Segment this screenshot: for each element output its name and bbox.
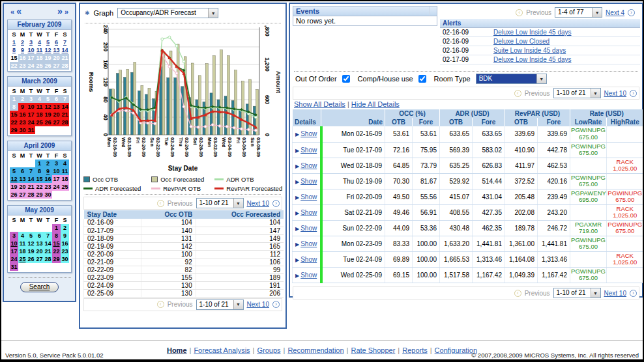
calendar-day[interactable]: 19	[44, 111, 52, 118]
calendar-day[interactable]: 28	[44, 255, 52, 263]
calendar-day[interactable]: 4	[61, 160, 69, 167]
show-details-link[interactable]: Show	[300, 162, 317, 169]
calendar-day[interactable]: 5	[44, 95, 52, 103]
footer-link-groups[interactable]: Groups	[257, 346, 280, 354]
calendar-day[interactable]: 7	[27, 167, 35, 175]
show-details-link[interactable]: Show	[300, 178, 317, 185]
calendar-day[interactable]: 9	[18, 103, 27, 111]
graph-type-select[interactable]: Occupancy/ADR Forecast ▼	[117, 8, 218, 18]
calendar-day[interactable]: 11	[61, 167, 69, 175]
show-details-link[interactable]: Show	[300, 146, 317, 154]
calendar-day[interactable]: 20	[52, 111, 61, 118]
expand-arrow-icon[interactable]: ▶	[295, 242, 299, 247]
calendar-day[interactable]: 14	[61, 46, 69, 54]
calendar-day[interactable]: 10	[52, 167, 61, 175]
footer-link-recommendation[interactable]: Recommendation	[287, 346, 344, 354]
col-header[interactable]: Date	[321, 118, 385, 126]
calendar-day[interactable]: 17	[27, 54, 35, 62]
calendar-day[interactable]: 8	[35, 167, 44, 175]
calendar-day[interactable]: 24	[27, 118, 35, 126]
calendar-day[interactable]: 7	[61, 95, 69, 103]
calendar-day[interactable]: 12	[44, 46, 52, 54]
calendar-day[interactable]: 9	[18, 46, 27, 54]
expand-arrow-icon[interactable]: ▶	[295, 163, 299, 169]
calendar-day[interactable]: 23	[44, 183, 52, 191]
calendar-day[interactable]: 2	[18, 38, 27, 46]
next-link[interactable]: Next 10	[604, 290, 626, 297]
calendar-day[interactable]: 11	[35, 103, 44, 111]
expand-arrow-icon[interactable]: ▶	[295, 273, 299, 279]
col-header-occ-otb[interactable]: Occ OTB	[141, 210, 196, 219]
expand-arrow-icon[interactable]: ▶	[295, 210, 299, 216]
footer-link-rate-shopper[interactable]: Rate Shopper	[351, 346, 395, 354]
calendar-day[interactable]: 25	[18, 255, 27, 263]
show-details-link[interactable]: Show	[300, 272, 317, 279]
calendar-day[interactable]: 13	[52, 103, 61, 111]
fwd-far-icon[interactable]: »	[65, 8, 68, 16]
calendar-day[interactable]: 30	[61, 255, 69, 263]
calendar-day[interactable]: 2	[44, 160, 52, 167]
show-all-details-link[interactable]: Show All Details	[294, 100, 345, 108]
calendar-day[interactable]: 28	[61, 62, 69, 70]
footer-link-reports[interactable]: Reports	[402, 346, 428, 354]
next-icon[interactable]: ›	[630, 290, 637, 297]
calendar-day[interactable]: 17	[27, 111, 35, 118]
calendar-day[interactable]: 15	[10, 54, 18, 62]
calendar-day[interactable]: 3	[27, 95, 35, 103]
calendar-day[interactable]: 8	[52, 232, 61, 240]
details-range-select[interactable]: 1-10 of 21 ▼	[553, 288, 601, 298]
calendar-day[interactable]: 25	[61, 183, 69, 191]
calendar-day[interactable]: 23	[18, 62, 27, 70]
calendar-day[interactable]: 26	[27, 255, 35, 263]
col-header[interactable]: LowRate	[570, 118, 607, 126]
calendar-day[interactable]: 13	[35, 240, 44, 247]
calendar-day[interactable]: 3	[52, 160, 61, 167]
out-of-order-checkbox[interactable]	[342, 75, 350, 83]
calendar-day[interactable]: 27	[52, 62, 61, 70]
hide-all-details-link[interactable]: Hide All Details	[351, 100, 400, 108]
col-header-stay-date[interactable]: Stay Date	[84, 210, 141, 219]
calendar-day[interactable]: 21	[61, 54, 69, 62]
calendar-day[interactable]: 1	[10, 95, 18, 103]
calendar-day[interactable]: 4	[35, 95, 44, 103]
next-link[interactable]: Next 4	[606, 9, 624, 16]
calendar-day[interactable]: 3	[10, 232, 18, 240]
calendar-day[interactable]: 8	[10, 46, 18, 54]
alerts-range-select[interactable]: 1-4 of 77 ▼	[555, 7, 602, 18]
calendar-day[interactable]: 6	[35, 232, 44, 240]
calendar-day[interactable]: 18	[61, 175, 69, 183]
show-details-link[interactable]: Show	[300, 209, 317, 216]
calendar-day[interactable]: 5	[10, 167, 18, 175]
show-details-link[interactable]: Show	[300, 240, 317, 247]
calendar-day[interactable]: 27	[52, 118, 61, 126]
show-details-link[interactable]: Show	[300, 130, 317, 137]
calendar-day[interactable]: 12	[10, 175, 18, 183]
calendar-day[interactable]: 17	[10, 247, 18, 255]
next-icon[interactable]: ›	[628, 9, 635, 16]
calendar-day[interactable]: 6	[18, 167, 27, 175]
details-range-select[interactable]: 1-10 of 21 ▼	[553, 88, 601, 98]
calendar-day[interactable]: 16	[44, 175, 52, 183]
show-details-link[interactable]: Show	[300, 193, 317, 201]
calendar-day[interactable]: 31	[27, 126, 35, 134]
calendar-day[interactable]: 31	[10, 263, 18, 271]
calendar-day[interactable]: 22	[10, 62, 18, 70]
footer-link-forecast-analysis[interactable]: Forecast Analysis	[194, 346, 250, 354]
alert-link[interactable]: Deluxe Low Inside 45 days	[493, 29, 572, 36]
calendar-day[interactable]: 10	[27, 103, 35, 111]
calendar-day[interactable]: 29	[52, 255, 61, 263]
calendar-day[interactable]: 19	[27, 247, 35, 255]
calendar-day[interactable]: 10	[10, 240, 18, 247]
calendar-day[interactable]: 7	[44, 232, 52, 240]
next-link[interactable]: Next 10	[247, 200, 269, 207]
calendar-back-buttons[interactable]: « «	[10, 6, 22, 16]
calendar-day[interactable]: 6	[52, 38, 61, 46]
chevron-down-icon[interactable]: ▼	[233, 300, 243, 309]
calendar-day[interactable]: 16	[18, 111, 27, 118]
calendar-day[interactable]: 28	[27, 191, 35, 199]
previous-icon[interactable]: ‹	[514, 290, 521, 297]
calendar-day[interactable]: 12	[27, 240, 35, 247]
expand-arrow-icon[interactable]: ▶	[295, 195, 299, 201]
calendar-day[interactable]: 15	[52, 240, 61, 247]
calendar-day[interactable]: 7	[61, 38, 69, 46]
